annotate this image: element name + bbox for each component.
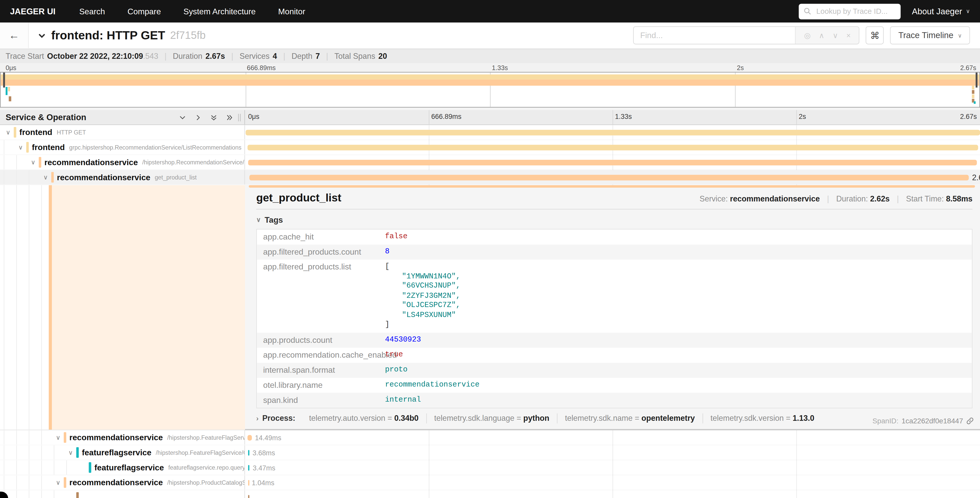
span-name-cell[interactable]: ∨recommendationservice/hipstershop.Recom…	[0, 155, 245, 169]
timeline-minimap[interactable]	[0, 72, 980, 107]
tag-row[interactable]: app.recommendation.cache_enabledtrue	[257, 348, 972, 362]
trace-id-lookup[interactable]	[799, 3, 901, 19]
tree-guide-line	[29, 185, 29, 430]
nav-item-monitor[interactable]: Monitor	[278, 6, 305, 16]
span-row[interactable]: ∨recommendationservice/hipstershop.Featu…	[0, 430, 980, 445]
process-value: 1.13.0	[793, 413, 815, 422]
collapse-all-icon[interactable]	[210, 113, 217, 121]
span-row[interactable]: ∨frontendHTTP GET	[0, 125, 980, 140]
tag-row[interactable]: app.products.count44530923	[257, 332, 972, 348]
right-scrubber-handle[interactable]	[976, 73, 977, 88]
span-row[interactable]: ∨featureflagservice/hipstershop.FeatureF…	[0, 445, 980, 460]
span-bar[interactable]	[247, 144, 978, 150]
span-timeline-cell[interactable]	[245, 155, 980, 169]
span-name-cell[interactable]: ∨frontendgrpc.hipstershop.Recommendation…	[0, 140, 245, 155]
trace-id-lookup-input[interactable]	[815, 6, 896, 16]
span-bar[interactable]	[248, 450, 249, 455]
span-bar[interactable]	[246, 129, 980, 135]
span-duration-label: 3.68ms	[252, 449, 275, 456]
service-value: recommendationservice	[730, 195, 820, 203]
span-timeline-cell[interactable]	[245, 125, 980, 139]
minimap-tick-labels: 0μs666.89ms1.33s2s2.67s	[0, 63, 980, 72]
next-match-icon[interactable]: ∨	[833, 31, 838, 40]
minimap-tick-label: 2s	[737, 64, 744, 71]
expand-all-icon[interactable]	[226, 113, 233, 121]
trace-view-selector-label: Trace Timeline	[898, 31, 953, 40]
nav-item-search[interactable]: Search	[79, 6, 105, 16]
tags-section-toggle[interactable]: ∨ Tags	[256, 215, 283, 225]
nav-item-compare[interactable]: Compare	[127, 6, 161, 16]
span-timeline-cell[interactable]: 14.49ms	[245, 430, 980, 445]
divider: |	[283, 52, 285, 61]
tag-row[interactable]: otel.library.namerecommendationservice	[257, 377, 972, 393]
find-input[interactable]	[634, 27, 795, 44]
trace-view-selector[interactable]: Trace Timeline ∨	[890, 26, 970, 45]
span-name-cell[interactable]	[0, 490, 245, 498]
span-timeline-cell[interactable]: 3.68ms	[245, 445, 980, 460]
chevron-down-icon[interactable]: ∨	[54, 479, 62, 485]
span-bar[interactable]	[249, 175, 969, 180]
back-button[interactable]: ←	[0, 22, 29, 48]
tag-row[interactable]: app.filtered_products.list["1YMWWN1N4O",…	[257, 260, 972, 332]
span-bar[interactable]	[248, 465, 250, 470]
process-attributes: telemetry.auto.version = 0.34b0telemetry…	[301, 413, 822, 422]
span-timeline-cell[interactable]: 3.47ms	[245, 460, 980, 475]
span-duration-label: 1.04ms	[252, 479, 274, 486]
span-name-cell[interactable]: ∨recommendationservice/hipstershop.Featu…	[0, 430, 245, 445]
span-row[interactable]: ∨frontendgrpc.hipstershop.Recommendation…	[0, 140, 980, 155]
about-jaeger-menu[interactable]: About Jaeger ∨	[912, 6, 970, 16]
span-name-cell[interactable]: ∨frontendHTTP GET	[0, 125, 245, 139]
operation-name: featureflagservice.repo.query:fe...	[169, 464, 245, 471]
chevron-down-icon[interactable]: ∨	[29, 159, 38, 165]
span-name-cell[interactable]: ∨recommendationservice/hipstershop.Produ…	[0, 475, 245, 490]
keyboard-shortcuts-button[interactable]: ⌘	[866, 26, 884, 45]
span-timeline-cell[interactable]	[245, 140, 980, 155]
span-name-cell[interactable]: featureflagservicefeatureflagservice.rep…	[0, 460, 245, 475]
tree-guide-line	[4, 445, 4, 460]
span-row[interactable]: ∨recommendationservice/hipstershop.Produ…	[0, 475, 980, 490]
operation-name: grpc.hipstershop.RecommendationService/L…	[69, 144, 242, 151]
left-scrubber-handle[interactable]	[3, 73, 5, 88]
span-name-cell[interactable]: ∨featureflagservice/hipstershop.FeatureF…	[0, 445, 245, 460]
jaeger-logo[interactable]: JAEGER UI	[10, 6, 56, 16]
collapse-one-icon[interactable]	[179, 113, 186, 121]
clear-find-icon[interactable]: ×	[846, 31, 851, 40]
link-icon[interactable]	[966, 417, 974, 425]
chevron-down-icon[interactable]: ∨	[16, 144, 25, 150]
nav-item-system-architecture[interactable]: System Architecture	[183, 6, 256, 16]
prev-match-icon[interactable]: ∧	[819, 31, 824, 40]
focus-match-icon[interactable]: ◎	[804, 31, 811, 40]
span-bar[interactable]	[248, 160, 977, 165]
chevron-down-icon[interactable]: ∨	[54, 434, 62, 441]
tag-row[interactable]: span.kindinternal	[257, 393, 972, 407]
span-timeline-cell[interactable]: 2.62s	[245, 170, 980, 184]
collapse-trace-header-button[interactable]	[38, 31, 46, 40]
minimap-span-mark	[9, 96, 11, 102]
span-timeline-cell[interactable]	[245, 490, 980, 498]
chevron-down-icon[interactable]: ∨	[66, 449, 75, 456]
span-bar[interactable]	[248, 434, 252, 440]
chevron-down-icon[interactable]: ∨	[41, 174, 50, 180]
chevron-down-icon[interactable]: ∨	[4, 129, 13, 135]
expand-one-icon[interactable]	[194, 113, 202, 121]
tags-section-title: Tags	[265, 215, 283, 225]
span-row[interactable]	[0, 490, 980, 498]
trace-stat: Duration2.67s	[173, 52, 225, 61]
service-color-bar	[76, 492, 79, 498]
span-bar[interactable]	[248, 480, 249, 485]
span-row[interactable]: featureflagservicefeatureflagservice.rep…	[0, 460, 980, 476]
tree-guide-line	[4, 185, 4, 430]
process-section-toggle[interactable]: › Process: telemetry.auto.version = 0.34…	[256, 413, 973, 422]
tag-value-text: false	[385, 232, 407, 241]
span-name-cell[interactable]: ∨recommendationserviceget_product_list	[0, 170, 245, 184]
column-resizer-handle[interactable]	[238, 113, 241, 121]
service-name: recommendationservice	[45, 158, 138, 167]
tag-row[interactable]: app.cache_hitfalse	[257, 230, 972, 245]
span-row[interactable]: ∨recommendationservice/hipstershop.Recom…	[0, 155, 980, 170]
span-timeline-cell[interactable]: 1.04ms	[245, 475, 980, 490]
tag-row[interactable]: app.filtered_products.count8	[257, 245, 972, 260]
tree-guide-line	[29, 445, 29, 460]
span-bar[interactable]	[248, 495, 250, 498]
span-row[interactable]: ∨recommendationserviceget_product_list2.…	[0, 170, 980, 185]
tag-row[interactable]: internal.span.formatproto	[257, 362, 972, 378]
